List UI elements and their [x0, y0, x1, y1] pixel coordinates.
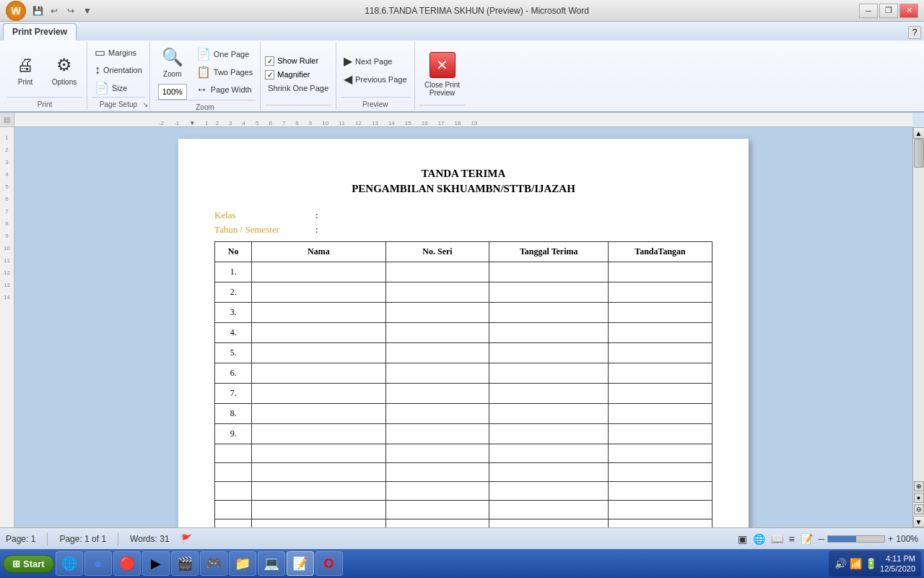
close-group-content: ✕ Close Print Preview: [419, 43, 466, 105]
cell-nama-12: [252, 501, 385, 519]
status-view-draft[interactable]: 📝: [801, 533, 813, 545]
status-words: Words: 31: [130, 534, 169, 544]
start-button[interactable]: ⊞ Start: [3, 555, 54, 573]
print-group-content: 🖨 Print ⚙ Options: [7, 43, 82, 97]
status-view-read[interactable]: 📖: [771, 533, 783, 545]
two-pages-button[interactable]: 📋 Two Pages: [193, 64, 256, 80]
clock-date: 12/5/2020: [880, 564, 915, 574]
cell-nama-0: [252, 262, 385, 282]
cell-tanda-3: [609, 323, 712, 343]
page-width-button[interactable]: ↔ Page Width: [193, 82, 256, 98]
cell-no-9: [215, 444, 252, 463]
status-view-normal[interactable]: ▣: [738, 533, 747, 545]
zoom-percent-status: 100%: [896, 534, 918, 544]
scroll-thumb[interactable]: [914, 139, 924, 168]
office-button[interactable]: W: [6, 1, 26, 21]
table-row: 3.: [215, 303, 712, 323]
cell-tanda-5: [609, 363, 712, 384]
taskbar-film[interactable]: 🎬: [171, 551, 199, 576]
zoom-button[interactable]: 🔍 Zoom: [154, 43, 191, 81]
close-preview-icon: ✕: [430, 52, 456, 78]
taskbar-computer[interactable]: 💻: [258, 551, 285, 576]
vertical-scrollbar[interactable]: ▲ ⊕ ● ⊖ ▼: [912, 127, 924, 527]
taskbar-game[interactable]: 🎮: [200, 551, 227, 576]
cell-seri-7: [385, 404, 489, 424]
magnifier-check[interactable]: ✓: [265, 70, 274, 79]
table-row: [215, 444, 712, 463]
ribbon-group-preview-options: ✓ Show Ruler ✓ Magnifier Shrink One Page: [261, 42, 336, 110]
close-btn[interactable]: ✕: [899, 4, 918, 18]
volume-icon[interactable]: 🔊: [834, 558, 847, 569]
cell-nama-1: [252, 282, 385, 303]
scroll-track[interactable]: [913, 139, 925, 480]
close-print-preview-button[interactable]: ✕ Close Print Preview: [419, 51, 466, 98]
taskbar-opera[interactable]: O: [315, 551, 343, 576]
page-width-label: Page Width: [211, 85, 252, 94]
options-label: Options: [52, 78, 77, 86]
show-ruler-check[interactable]: ✓: [265, 56, 274, 66]
document-scroll-area[interactable]: TANDA TERIMA PENGAMBILAN SKHUAMBN/STTB/I…: [14, 127, 912, 527]
cell-tanggal-7: [489, 404, 609, 424]
taskbar-word[interactable]: 📝: [287, 551, 314, 576]
next-page-icon: ▶: [344, 54, 352, 68]
help-btn[interactable]: ?: [908, 26, 921, 39]
table-row: [215, 501, 712, 519]
size-button[interactable]: 📄 Size: [92, 79, 145, 96]
cell-nama-10: [252, 463, 385, 482]
print-group-label: Print: [7, 97, 82, 108]
scroll-icon-1[interactable]: ⊕: [914, 481, 924, 491]
tab-print-preview[interactable]: Print Preview: [3, 23, 77, 40]
battery-icon[interactable]: 🔋: [865, 558, 877, 569]
cell-nama-4: [252, 343, 385, 363]
redo-qa-btn[interactable]: ↪: [64, 4, 78, 18]
cell-tanggal-5: [489, 363, 609, 384]
table-row: 9.: [215, 424, 712, 444]
scroll-icon-2[interactable]: ●: [914, 493, 924, 503]
taskbar-ie[interactable]: 🌐: [56, 551, 83, 576]
scroll-up-btn[interactable]: ▲: [913, 127, 925, 139]
options-button[interactable]: ⚙ Options: [46, 46, 82, 94]
preview-checkboxes: ✓ Show Ruler ✓ Magnifier Shrink One Page: [265, 55, 331, 94]
zoom-out-btn[interactable]: ─: [819, 534, 825, 544]
cell-tanggal-4: [489, 343, 609, 363]
orientation-label: Orientation: [103, 66, 142, 74]
cell-nama-11: [252, 482, 385, 501]
status-view-outline[interactable]: ≡: [789, 533, 795, 545]
field-kelas: Kelas :: [214, 210, 712, 221]
status-view-web[interactable]: 🌐: [753, 533, 765, 545]
taskbar-chrome[interactable]: ●: [84, 551, 112, 576]
page-setup-expand[interactable]: ↘: [142, 100, 148, 108]
vertical-ruler: 1234567891011121314: [0, 127, 14, 527]
one-page-button[interactable]: 📄 One Page: [193, 46, 256, 62]
orientation-icon: ↕: [95, 64, 100, 77]
quick-access-toolbar: 💾 ↩ ↪ ▼: [30, 4, 95, 18]
save-qa-btn[interactable]: 💾: [30, 4, 45, 18]
network-icon[interactable]: 📶: [850, 558, 862, 569]
next-page-label: Next Page: [355, 57, 392, 66]
next-page-button[interactable]: ▶ Next Page: [341, 53, 410, 69]
scroll-icon-3[interactable]: ⊖: [914, 504, 924, 514]
table-row: 6.: [215, 363, 712, 384]
doc-title1: TANDA TERIMA: [214, 168, 712, 180]
minimize-btn[interactable]: ─: [859, 4, 878, 18]
orientation-button[interactable]: ↕ Orientation: [92, 62, 145, 78]
zoom-percent-btn[interactable]: 100%: [158, 84, 187, 100]
zoom-slider[interactable]: [827, 535, 885, 543]
taskbar-folder[interactable]: 📁: [229, 551, 256, 576]
margins-button[interactable]: ▭ Margins: [92, 44, 145, 61]
magnifier-checkbox[interactable]: ✓ Magnifier: [265, 69, 331, 81]
shrink-one-page-btn[interactable]: Shrink One Page: [265, 82, 331, 94]
scroll-down-btn[interactable]: ▼: [913, 516, 925, 527]
restore-btn[interactable]: ❐: [879, 4, 898, 18]
checkmark-icon: ✓: [267, 57, 273, 65]
print-button[interactable]: 🖨 Print: [7, 46, 43, 94]
prev-page-button[interactable]: ◀ Previous Page: [341, 71, 410, 87]
qa-more-btn[interactable]: ▼: [80, 4, 95, 18]
taskbar-app3[interactable]: 🔴: [113, 551, 141, 576]
taskbar-media[interactable]: ▶: [142, 551, 170, 576]
taskbar-clock: 4:11 PM 12/5/2020: [880, 553, 915, 574]
undo-qa-btn[interactable]: ↩: [47, 4, 61, 18]
show-ruler-checkbox[interactable]: ✓ Show Ruler: [265, 55, 331, 67]
main-area: 1234567891011121314 TANDA TERIMA PENGAMB…: [0, 127, 924, 527]
zoom-in-btn[interactable]: +: [888, 534, 893, 544]
